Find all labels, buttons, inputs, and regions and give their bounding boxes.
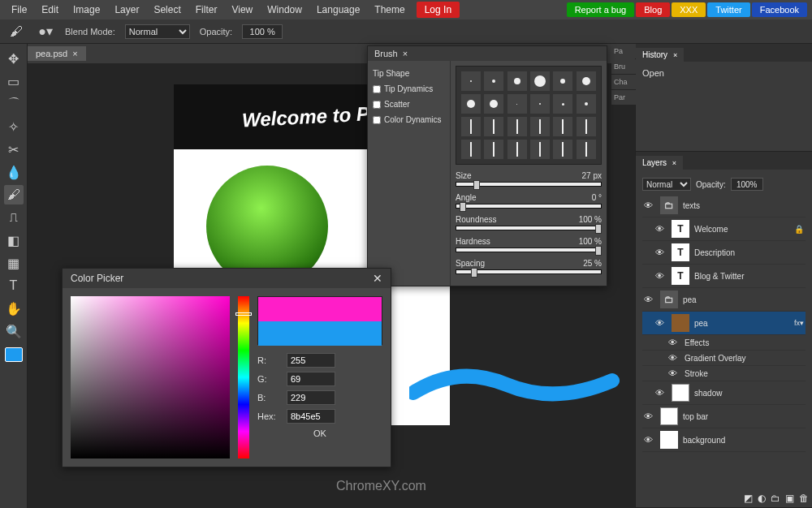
menu-filter[interactable]: Filter [189,2,224,18]
brush-preset[interactable] [530,94,550,114]
layer-row[interactable]: 👁🗀pea [642,288,806,312]
brush-preset[interactable] [530,71,550,91]
brush-preset[interactable] [484,117,503,136]
report-bug-button[interactable]: Report a bug [567,2,635,17]
close-tab-icon[interactable]: × [72,49,77,58]
hex-input[interactable] [287,409,335,424]
ext-button[interactable]: XXX [672,2,706,17]
visibility-icon[interactable]: 👁 [668,368,680,378]
hue-knob[interactable] [235,312,252,316]
move-tool-icon[interactable]: ✥ [4,49,24,68]
marquee-tool-icon[interactable]: ▭ [4,71,24,91]
layer-opacity-input[interactable] [731,178,763,191]
facebook-button[interactable]: Facebook [752,2,807,17]
visibility-icon[interactable]: 👁 [668,353,680,363]
layer-row[interactable]: 👁peafx▾ [642,312,806,335]
visibility-icon[interactable]: 👁 [655,271,667,281]
document-tab[interactable]: pea.psd × [28,46,86,61]
menu-layer[interactable]: Layer [108,2,145,18]
brush-slider-hardness[interactable]: Hardness100 % [456,237,602,252]
layer-row[interactable]: 👁TWelcome🔒 [642,217,806,241]
brush-preset[interactable] [461,71,481,91]
layer-folder-icon[interactable]: 🗀 [771,493,780,504]
layer-row[interactable]: 👁🗀texts [642,194,806,217]
layer-mask-icon[interactable]: ◩ [744,493,753,504]
brush-preset[interactable] [461,117,481,136]
foreground-color-swatch[interactable] [5,347,23,362]
brush-preset[interactable] [484,94,503,114]
menu-theme[interactable]: Theme [368,2,411,18]
layer-row[interactable]: 👁Gradient Overlay [642,351,806,366]
brush-preset[interactable] [508,71,527,91]
b-input[interactable] [287,390,335,405]
brush-preset[interactable] [508,94,527,114]
menu-image[interactable]: Image [67,2,106,18]
menu-window[interactable]: Window [261,2,309,18]
side-tab-pa[interactable]: Pa [611,44,636,58]
brush-slider-roundness[interactable]: Roundness100 % [456,215,602,230]
side-tab-par[interactable]: Par [611,90,636,105]
brush-preset[interactable] [530,140,550,159]
brush-preset[interactable] [553,140,572,159]
brush-opt-scatter[interactable]: Scatter [371,97,447,112]
layer-new-icon[interactable]: ▣ [785,493,794,504]
menu-edit[interactable]: Edit [35,2,65,18]
hue-strip[interactable] [238,296,249,458]
visibility-icon[interactable]: 👁 [668,338,680,347]
brush-slider-spacing[interactable]: Spacing25 % [456,259,602,274]
history-item[interactable]: Open [642,67,806,80]
brush-preset[interactable] [530,117,550,136]
blog-button[interactable]: Blog [636,2,670,17]
layer-row[interactable]: 👁shadow [642,381,806,405]
side-tab-bru[interactable]: Bru [611,59,636,74]
brush-preset[interactable] [508,140,527,159]
visibility-icon[interactable]: 👁 [655,248,667,257]
brush-slider-angle[interactable]: Angle0 ° [456,193,602,209]
tab-history[interactable]: History × [636,48,684,62]
brush-preset[interactable] [508,117,527,136]
brush-opt-tip-shape[interactable]: Tip Shape [371,66,447,81]
wand-tool-icon[interactable]: ✧ [4,117,24,136]
gradient-tool-icon[interactable]: ▦ [4,253,24,273]
eraser-tool-icon[interactable]: ◧ [4,230,24,250]
brush-tool-icon[interactable]: 🖌 [4,185,24,204]
tab-layers[interactable]: Layers × [636,156,683,170]
zoom-tool-icon[interactable]: 🔍 [4,321,24,341]
lasso-tool-icon[interactable]: ⌒ [4,94,24,114]
close-icon[interactable]: × [673,51,677,59]
layer-row[interactable]: 👁background [642,428,806,452]
visibility-icon[interactable]: 👁 [655,388,667,398]
brush-opt-tip-dynamics[interactable]: Tip Dynamics [371,81,447,97]
visibility-icon[interactable]: 👁 [644,200,655,210]
brush-preset[interactable] [577,140,596,159]
r-input[interactable] [287,353,335,368]
blend-mode-select[interactable]: Normal [125,24,190,39]
ok-button[interactable]: OK [257,428,382,438]
visibility-icon[interactable]: 👁 [644,411,655,421]
brush-preset[interactable] [484,140,503,159]
close-icon[interactable]: × [672,159,676,167]
menu-view[interactable]: View [225,2,259,18]
brush-preset[interactable] [461,140,481,159]
fx-badge[interactable]: fx▾ [794,319,804,327]
layer-blend-select[interactable]: Normal [642,178,691,191]
brush-preset[interactable] [553,94,572,114]
type-tool-icon[interactable]: T [4,276,24,295]
layer-row[interactable]: 👁TBlog & Twitter [642,265,806,288]
visibility-icon[interactable]: 👁 [644,295,655,304]
brush-preset[interactable] [461,94,481,114]
brush-slider-size[interactable]: Size27 px [456,171,602,187]
brush-preset[interactable] [484,71,503,91]
visibility-icon[interactable]: 👁 [655,224,667,234]
menu-file[interactable]: File [5,2,33,18]
layer-fx-icon[interactable]: ◐ [758,493,766,504]
visibility-icon[interactable]: 👁 [655,318,667,328]
eyedropper-tool-icon[interactable]: 💧 [4,162,24,182]
brush-preset-icon[interactable]: ●▾ [36,22,55,41]
g-input[interactable] [287,372,335,386]
brush-preset[interactable] [553,71,572,91]
layer-row[interactable]: 👁top bar [642,405,806,428]
opacity-input[interactable] [242,24,283,39]
stamp-tool-icon[interactable]: ⎍ [4,208,24,227]
layer-delete-icon[interactable]: 🗑 [799,493,809,504]
